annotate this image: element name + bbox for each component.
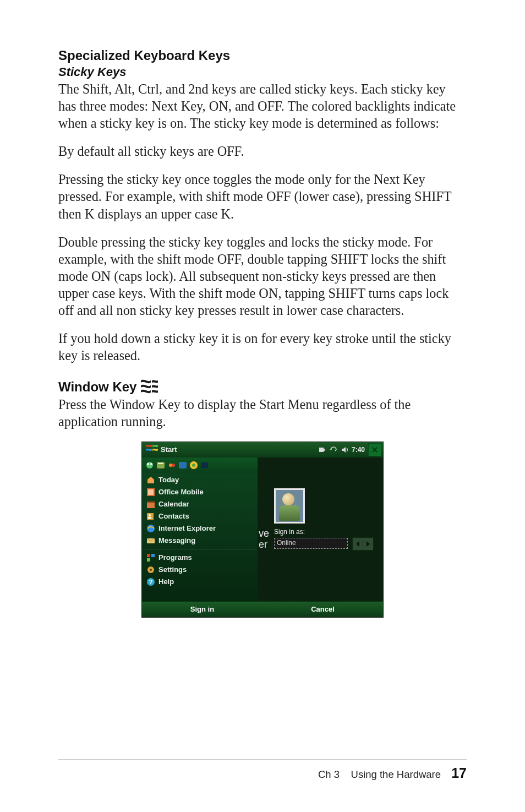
toolbar-icon[interactable]: [189, 461, 198, 470]
chevron-right-icon: [366, 541, 370, 547]
softkey-bar: Sign in Cancel: [142, 601, 383, 617]
menu-item-label: Internet Explorer: [158, 524, 216, 532]
heading-window-key-row: Window Key: [58, 378, 158, 395]
windows-flag-icon: [145, 444, 158, 455]
svg-point-11: [192, 464, 195, 467]
partial-text-ve: ve: [259, 528, 269, 539]
heading-sticky-keys: Sticky Keys: [58, 65, 467, 79]
svg-rect-1: [324, 449, 325, 451]
menu-item-internet-explorer[interactable]: Internet Explorer: [142, 522, 258, 535]
menu-item-label: Help: [158, 577, 174, 586]
menu-separator: [142, 549, 258, 549]
svg-point-2: [146, 462, 153, 468]
contacts-icon: [146, 512, 155, 521]
page-footer: Ch 3 Using the Hardware 17: [58, 759, 467, 781]
svg-rect-17: [147, 513, 154, 520]
svg-rect-6: [158, 463, 163, 464]
svg-point-8: [172, 464, 175, 467]
paragraph-2: By default all sticky keys are OFF.: [58, 143, 467, 160]
messaging-icon: [146, 536, 155, 545]
menu-item-label: Calendar: [158, 500, 189, 508]
home-icon: [146, 476, 155, 484]
svg-rect-22: [151, 554, 155, 557]
softkey-right[interactable]: Cancel: [262, 605, 383, 613]
menu-item-programs[interactable]: Programs: [142, 552, 258, 564]
speaker-icon: [341, 446, 348, 454]
close-button[interactable]: [368, 443, 381, 456]
menu-item-calendar[interactable]: Calendar: [142, 498, 258, 510]
footer-title: Using the Hardware: [351, 769, 441, 780]
signin-as-label: Sign in as:: [274, 528, 305, 536]
calendar-icon: [146, 500, 155, 509]
svg-rect-0: [319, 448, 324, 452]
menu-item-office-mobile[interactable]: Office Mobile: [142, 486, 258, 498]
screenshot-wrapper: Start 7:40: [58, 442, 467, 618]
paragraph-3: Pressing the sticky key once toggles the…: [58, 171, 467, 222]
help-icon: ?: [146, 577, 155, 586]
svg-point-18: [149, 514, 151, 516]
svg-rect-14: [148, 489, 154, 495]
menu-item-messaging[interactable]: Messaging: [142, 535, 258, 547]
paragraph-1: The Shift, Alt, Ctrl, and 2nd keys are c…: [58, 80, 467, 132]
menu-list: Today Office Mobile Calendar Contacts: [142, 473, 258, 588]
status-prev-button[interactable]: [352, 537, 363, 551]
menu-item-contacts[interactable]: Contacts: [142, 510, 258, 522]
paragraph-4: Double pressing the sticky key toggles a…: [58, 233, 467, 319]
toolbar-icon[interactable]: [156, 461, 165, 470]
svg-rect-5: [157, 462, 165, 468]
content-pane: ve er Sign in as: Online: [258, 457, 383, 602]
svg-rect-16: [147, 502, 155, 503]
softkey-left[interactable]: Sign in: [142, 605, 262, 613]
toolbar-icon[interactable]: [145, 461, 154, 470]
avatar: [274, 488, 305, 524]
toolbar-icon[interactable]: [178, 461, 187, 470]
clock: 7:40: [352, 446, 367, 454]
svg-rect-21: [147, 554, 150, 557]
svg-rect-9: [179, 462, 187, 468]
menu-item-label: Messaging: [158, 536, 195, 544]
titlebar-title: Start: [161, 445, 177, 454]
menu-item-label: Programs: [158, 553, 192, 562]
paragraph-6: Press the Window Key to display the Star…: [58, 396, 467, 430]
svg-rect-19: [148, 517, 151, 519]
settings-icon: [146, 565, 155, 574]
menu-item-label: Today: [158, 476, 179, 484]
chevron-left-icon: [356, 541, 360, 547]
recent-programs-toolbar: [142, 457, 258, 473]
menu-item-settings[interactable]: Settings: [142, 564, 258, 576]
office-icon: [146, 488, 155, 497]
menu-item-today[interactable]: Today: [142, 474, 258, 486]
toolbar-icon[interactable]: [200, 461, 209, 470]
svg-point-25: [150, 569, 152, 571]
menu-item-label: Contacts: [158, 512, 189, 520]
windows-flag-icon: [140, 378, 158, 395]
titlebar: Start 7:40: [142, 442, 383, 458]
svg-rect-12: [201, 462, 208, 468]
menu-item-label: Office Mobile: [158, 488, 204, 496]
menu-item-label: Settings: [158, 565, 187, 574]
heading-specialized-keyboard-keys: Specialized Keyboard Keys: [58, 47, 467, 64]
svg-point-3: [147, 463, 149, 465]
menu-item-help[interactable]: ? Help: [142, 576, 258, 588]
status-nav: [352, 537, 374, 551]
paragraph-5: If you hold down a sticky key it is on f…: [58, 330, 467, 364]
footer-chapter: Ch 3: [318, 769, 340, 780]
svg-text:?: ?: [149, 579, 153, 585]
programs-icon: [146, 553, 155, 562]
screenshot: Start 7:40: [141, 442, 384, 618]
ie-icon: [146, 524, 155, 533]
battery-icon: [319, 446, 326, 454]
footer-page-number: 17: [444, 765, 467, 781]
partial-text-er: er: [259, 539, 267, 551]
svg-point-4: [150, 463, 152, 465]
toolbar-icon[interactable]: [167, 461, 176, 470]
status-icons: 7:40: [319, 446, 368, 454]
start-menu: Today Office Mobile Calendar Contacts: [142, 457, 258, 602]
status-next-button[interactable]: [363, 537, 374, 551]
document-page: Specialized Keyboard Keys Sticky Keys Th…: [0, 0, 525, 812]
close-icon: [371, 446, 378, 453]
sync-icon: [330, 446, 337, 454]
svg-rect-23: [147, 558, 150, 562]
heading-window-key: Window Key: [58, 379, 136, 395]
status-select[interactable]: Online: [274, 538, 348, 549]
